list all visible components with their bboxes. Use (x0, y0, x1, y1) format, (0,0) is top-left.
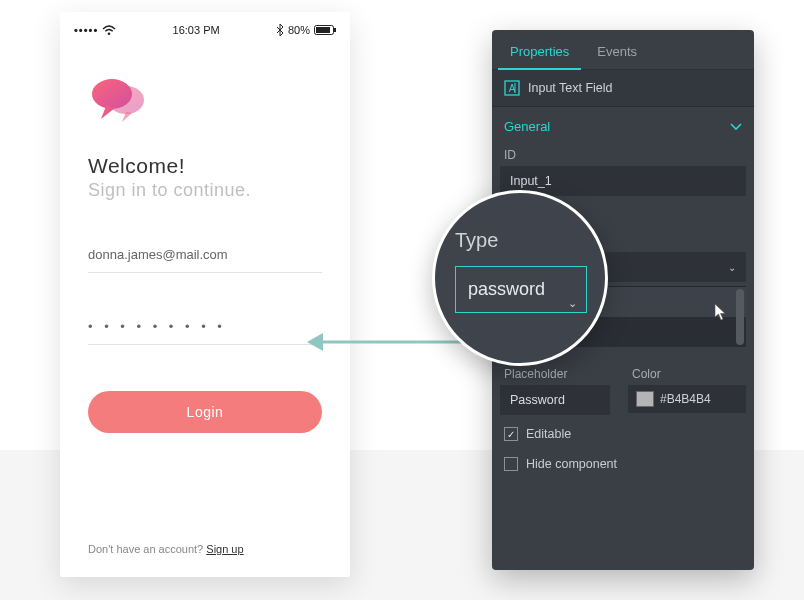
zoom-lens: Type password ⌄ (432, 190, 608, 366)
svg-point-5 (92, 79, 132, 109)
signal-dots-icon: ••••• (74, 24, 98, 36)
login-button[interactable]: Login (88, 391, 322, 433)
welcome-heading: Welcome! (88, 154, 322, 178)
welcome-subtitle: Sign in to continue. (88, 180, 322, 201)
bluetooth-icon (276, 24, 284, 36)
status-time: 16:03 PM (173, 24, 220, 36)
checkbox-unchecked-icon (504, 457, 518, 471)
zoom-type-label: Type (455, 229, 587, 252)
cursor-icon (714, 303, 728, 324)
checkbox-checked-icon: ✓ (504, 427, 518, 441)
status-bar: ••••• 16:03 PM 80% (60, 12, 350, 36)
id-label: ID (492, 140, 754, 166)
signup-row: Don't have an account? Sign up (88, 543, 244, 555)
svg-rect-2 (316, 27, 330, 33)
battery-icon (314, 25, 336, 35)
hide-component-checkbox[interactable]: Hide component (492, 449, 754, 479)
chevron-down-icon: ⌄ (568, 297, 577, 310)
color-value-row[interactable]: #B4B4B4 (628, 385, 746, 413)
signup-prompt: Don't have an account? (88, 543, 206, 555)
section-general-label: General (504, 119, 550, 134)
tab-events[interactable]: Events (585, 36, 649, 69)
panel-tabs: Properties Events (492, 30, 754, 70)
battery-percent: 80% (288, 24, 310, 36)
hide-component-label: Hide component (526, 457, 617, 471)
color-swatch (636, 391, 654, 407)
section-general[interactable]: General (492, 107, 754, 140)
email-field[interactable] (88, 241, 322, 273)
chevron-down-icon: ⌄ (728, 262, 736, 273)
editable-label: Editable (526, 427, 571, 441)
signup-link[interactable]: Sign up (206, 543, 243, 555)
svg-point-0 (108, 32, 111, 35)
color-hex: #B4B4B4 (660, 392, 711, 406)
input-component-icon: A (504, 80, 520, 96)
app-logo-icon (88, 74, 322, 134)
tab-properties[interactable]: Properties (498, 36, 581, 69)
selected-component-name: Input Text Field (528, 81, 613, 95)
phone-mockup: ••••• 16:03 PM 80% Welcome (60, 12, 350, 577)
editable-checkbox[interactable]: ✓ Editable (492, 419, 754, 449)
chevron-down-icon (730, 119, 742, 134)
password-field[interactable] (88, 313, 322, 345)
wifi-icon (102, 25, 116, 36)
selected-component-row: A Input Text Field (492, 70, 754, 107)
dropdown-scrollbar[interactable] (736, 289, 744, 345)
color-label: Color (628, 359, 746, 385)
svg-rect-3 (334, 28, 336, 32)
placeholder-value[interactable]: Password (500, 385, 610, 415)
